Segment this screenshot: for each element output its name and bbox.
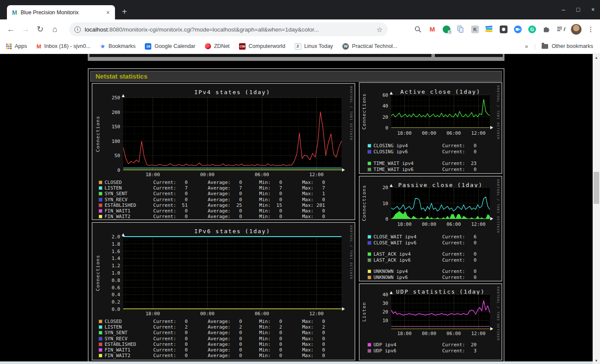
legend-swatch [367, 168, 371, 171]
bookmark-bookmarks[interactable]: ★ Bookmarks [100, 43, 135, 50]
y-tick: 0.6 [93, 285, 120, 291]
graph-ipv6-states[interactable]: IPv6 states(1day) Connections RRDTOOL / … [92, 222, 355, 361]
legend-swatch [99, 186, 102, 190]
other-bookmarks-button[interactable]: Other bookmarks [542, 43, 593, 49]
legend-text: FIN_WAIT2 Current: 0 Average: 0 Min: 0 M… [105, 214, 325, 219]
graph-ipv4-states[interactable]: IPv4 states(1day) Connections RRDTOOL / … [92, 83, 355, 220]
legend-text: LISTEN Current: 2 Average: 2 Min: 2 Max:… [105, 324, 325, 330]
vertical-scrollbar[interactable]: ▲ ▼ [593, 54, 600, 364]
close-button[interactable]: × [591, 6, 595, 13]
graph-udp-statistics[interactable]: UDP statistics(1day) Listen RRDTOOL / TO… [359, 283, 502, 361]
window-titlebar: M Blue Precision Monitorix × + – □ × [0, 0, 600, 19]
legend-swatch [367, 275, 371, 279]
legend-text: LAST_ACK ipv4 Current: 0 [373, 251, 476, 257]
legend-text: UNKNOWN ipv6 Current: 0 [373, 275, 476, 280]
extension-icon-k[interactable]: K [471, 25, 479, 34]
legend-swatch [367, 258, 371, 262]
zoom-camera-icon[interactable] [514, 25, 522, 34]
scroll-down-icon[interactable]: ▼ [593, 357, 600, 364]
bookmark-apps[interactable]: Apps [6, 43, 27, 49]
rrdtool-watermark: RRDTOOL / TOBI OETIKER [349, 86, 353, 141]
browser-menu-icon[interactable]: ⋮ [587, 25, 594, 33]
gmail-m-icon: M [37, 43, 41, 50]
grammarly-icon[interactable]: G [528, 25, 536, 34]
previous-section-bottom [88, 54, 504, 61]
browser-tab[interactable]: M Blue Precision Monitorix × [7, 5, 115, 19]
section-header: Netstat statistics [90, 71, 502, 82]
copy-extension-icon[interactable] [456, 25, 465, 34]
gmail-icon[interactable]: M [428, 25, 437, 34]
y-axis-label: Connections [361, 95, 367, 128]
legend-row: TIME_WAIT ipv6 Current: 0 [367, 166, 476, 172]
url-bar[interactable]: i localhost:8080/monitorix-cgi/monitorix… [69, 22, 388, 36]
scrollbar-thumb[interactable] [594, 172, 599, 204]
x-tick: 12:00 [471, 222, 485, 227]
legend-swatch [99, 180, 102, 184]
back-button[interactable]: ← [3, 25, 18, 34]
graph-legend: CLOSING ipv4 Current: 0CLOSING ipv6 Curr… [367, 142, 476, 172]
library-books-icon[interactable] [485, 25, 494, 34]
legend-text: SYN_SENT Current: 0 Average: 0 Min: 0 Ma… [105, 191, 325, 196]
extension-icon-dark[interactable] [499, 25, 508, 34]
bookmark-star-icon[interactable]: ☆ [377, 25, 383, 34]
legend-text: LAST_ACK ipv6 Current: 0 [373, 257, 476, 263]
y-tick: 0.8 [93, 278, 120, 283]
page-info-icon[interactable]: i [74, 26, 81, 33]
graph-legend: CLOSED Current: 0 Average: 0 Min: 0 Max:… [99, 180, 325, 219]
tab-close-icon[interactable]: × [105, 9, 112, 16]
x-tick: 18:00 [397, 331, 412, 336]
graph-title: UDP statistics(1day) [396, 288, 485, 295]
browser-toolbar: ← → ↻ ⌂ i localhost:8080/monitorix-cgi/m… [0, 19, 600, 39]
bookmark-practical-technology[interactable]: W Practical Technol... [342, 43, 397, 50]
reload-button[interactable]: ↻ [33, 24, 48, 34]
maximize-button[interactable]: □ [576, 6, 580, 13]
y-tick: 1.0 [93, 270, 120, 276]
legend-text: SYN_SENT Current: 0 Average: 0 Min: 0 Ma… [105, 330, 325, 336]
y-tick: 250 [93, 95, 120, 101]
x-tick: 06:00 [447, 222, 461, 227]
bookmark-google-calendar[interactable]: 28 Google Calendar [145, 43, 195, 50]
bookmark-zdnet[interactable]: ZDNet [205, 43, 230, 49]
bookmark-computerworld[interactable]: CW Computerworld [239, 43, 285, 50]
y-tick: 50 [93, 153, 120, 158]
legend-text: SYN_RECV Current: 0 Average: 0 Min: 0 Ma… [105, 336, 325, 342]
scroll-up-icon[interactable]: ▲ [593, 54, 600, 61]
bookmark-label: Bookmarks [109, 43, 136, 49]
legend-text: TIME_WAIT ipv4 Current: 23 [373, 161, 476, 166]
x-tick: 18:00 [397, 222, 412, 227]
legend-row: CLOSE_WAIT ipv6 Current: 0 [367, 240, 476, 246]
x-tick: 06:00 [255, 311, 269, 317]
home-button[interactable]: ⌂ [48, 25, 62, 34]
bookmark-linux-today[interactable]: lt Linux Today [295, 43, 333, 50]
toolbar-extensions: M ? K G [414, 19, 594, 39]
extensions-puzzle-icon[interactable] [542, 25, 551, 34]
minimize-button[interactable]: – [562, 6, 565, 13]
legend-text: ESTABLISHED Current: 51 Average: 25 Min:… [105, 203, 325, 208]
new-tab-button[interactable]: + [122, 7, 127, 16]
legend-swatch [99, 192, 102, 196]
x-tick: 06:00 [447, 130, 461, 136]
bookmarks-overflow-icon[interactable]: » [525, 43, 528, 50]
rrdtool-watermark: RRDTOOL / TOBI OETIKER [496, 85, 500, 140]
forward-button[interactable]: → [18, 25, 33, 34]
other-bookmarks-label: Other bookmarks [552, 43, 593, 49]
legend-text: LISTEN Current: 7 Average: 7 Min: 7 Max:… [105, 185, 325, 191]
legend-text: SYN_RECV Current: 0 Average: 0 Min: 0 Ma… [105, 197, 325, 203]
legend-row: UDP ipv4 Current: 20 [367, 342, 476, 348]
search-icon[interactable] [414, 25, 422, 34]
legend-swatch [367, 150, 371, 154]
bookmark-inbox[interactable]: M Inbox (16) - sjvn0... [37, 43, 91, 50]
y-tick: 40 [360, 292, 388, 298]
legend-row: CLOSED Current: 0 Average: 0 Min: 0 Max:… [99, 319, 325, 324]
legend-swatch [99, 198, 102, 202]
legend-swatch [99, 342, 102, 346]
legend-text: TIME_WAIT ipv6 Current: 0 [373, 167, 476, 172]
reading-list-icon[interactable] [556, 25, 565, 34]
bookmark-label: Google Calendar [154, 43, 195, 49]
graph-passive-close[interactable]: Passive close(1day) Connections RRDTOOL … [359, 176, 502, 282]
bookmark-label: Computerworld [249, 43, 285, 49]
graph-title: IPv6 states(1day) [194, 228, 270, 234]
voice-extension-icon[interactable]: ? [442, 25, 451, 34]
graph-active-close[interactable]: Active close(1day) Connections RRDTOOL /… [359, 82, 502, 174]
profile-avatar[interactable] [571, 24, 582, 35]
